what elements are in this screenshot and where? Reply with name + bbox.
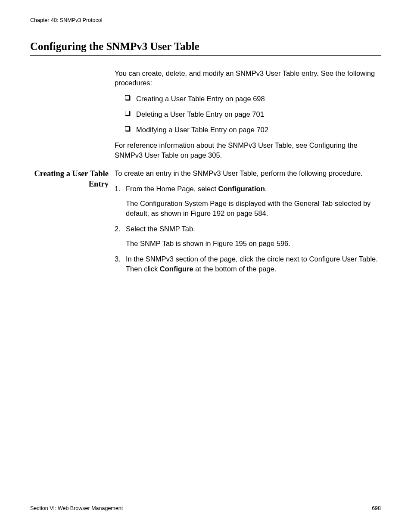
list-item: Deleting a User Table Entry on page 701 — [125, 109, 381, 119]
footer-section: Section VI: Web Browser Management — [30, 505, 123, 511]
running-header: Chapter 40: SNMPv3 Protocol — [30, 17, 381, 23]
bullet-icon — [125, 111, 130, 115]
reference-paragraph: For reference information about the SNMP… — [115, 140, 381, 160]
step-result: The SNMP Tab is shown in Figure 195 on p… — [126, 239, 381, 248]
step-item: Select the SNMP Tab. The SNMP Tab is sho… — [115, 224, 381, 249]
footer-page-number: 698 — [372, 505, 381, 511]
intro-paragraph: You can create, delete, and modify an SN… — [115, 68, 381, 88]
side-heading: Creating a User Table Entry — [30, 168, 115, 189]
step-text: Select the SNMP Tab. — [126, 225, 195, 233]
step-result: The Configuration System Page is display… — [126, 199, 381, 218]
step-item: In the SNMPv3 section of the page, click… — [115, 254, 381, 274]
list-item-text: Deleting a User Table Entry on page 701 — [136, 110, 264, 118]
list-item: Creating a User Table Entry on page 698 — [125, 94, 381, 103]
step-text: In the SNMPv3 section of the page, click… — [126, 255, 378, 272]
page: Chapter 40: SNMPv3 Protocol Configuring … — [0, 0, 411, 532]
subsection-intro: To create an entry in the SNMPv3 User Ta… — [115, 168, 381, 178]
procedure-links: Creating a User Table Entry on page 698 … — [115, 94, 381, 135]
procedure-steps: From the Home Page, select Configuration… — [115, 184, 381, 274]
step-text: From the Home Page, select Configuration… — [126, 185, 267, 193]
page-footer: Section VI: Web Browser Management 698 — [30, 505, 381, 511]
bullet-icon — [125, 126, 130, 131]
list-item-text: Modifying a User Table Entry on page 702 — [136, 126, 268, 134]
page-title: Configuring the SNMPv3 User Table — [30, 40, 381, 56]
list-item: Modifying a User Table Entry on page 702 — [125, 125, 381, 134]
step-item: From the Home Page, select Configuration… — [115, 184, 381, 218]
bullet-icon — [125, 95, 130, 100]
list-item-text: Creating a User Table Entry on page 698 — [136, 95, 265, 103]
